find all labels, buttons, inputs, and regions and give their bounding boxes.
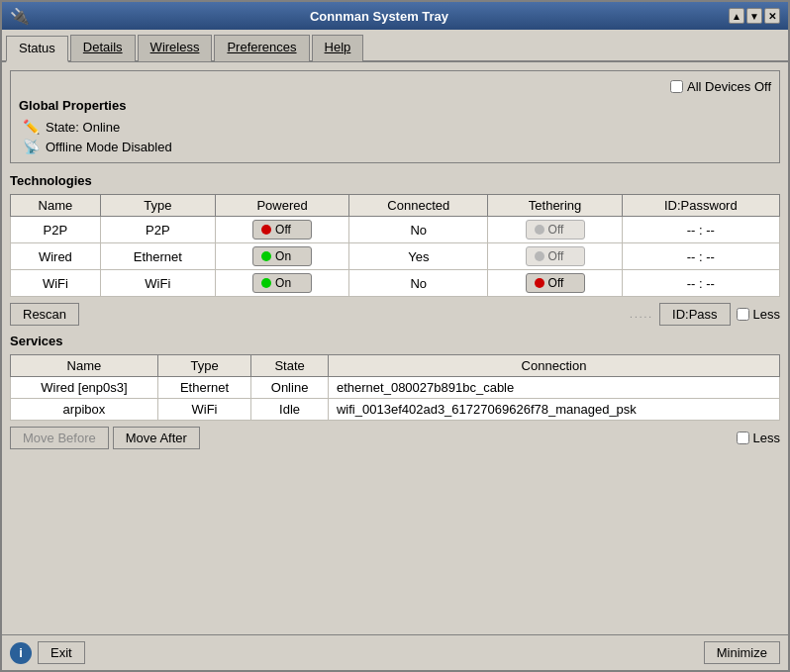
tab-status[interactable]: Status xyxy=(6,36,68,62)
rescan-button[interactable]: Rescan xyxy=(10,303,79,326)
tech-col-idpass: ID:Password xyxy=(622,195,779,217)
svc-connection-arpibox: wifi_0013ef402ad3_61727069626f78_managed… xyxy=(328,399,779,421)
powered-label-wired: On xyxy=(275,249,291,263)
powered-dot-p2p xyxy=(261,225,271,235)
global-panel: All Devices Off Global Properties ✏️ Sta… xyxy=(10,70,780,163)
tech-name-p2p: P2P xyxy=(11,217,101,243)
tethering-label-wifi: Off xyxy=(548,276,564,290)
svc-state-arpibox: Idle xyxy=(251,399,329,421)
technologies-table: Name Type Powered Connected Tethering ID… xyxy=(10,194,780,297)
move-after-button[interactable]: Move After xyxy=(113,427,200,449)
tech-col-tethering: Tethering xyxy=(488,195,622,217)
main-content: All Devices Off Global Properties ✏️ Sta… xyxy=(2,62,788,634)
tech-powered-wifi[interactable]: On xyxy=(215,270,348,297)
table-row[interactable]: Wired [enp0s3] Ethernet Online ethernet_… xyxy=(11,377,780,399)
svc-less-label[interactable]: Less xyxy=(737,431,780,445)
tech-connected-wifi: No xyxy=(349,270,488,297)
svc-col-connection: Connection xyxy=(328,355,779,377)
tech-name-wifi: WiFi xyxy=(11,270,101,297)
table-row: Wired Ethernet On Yes Off xyxy=(11,243,780,270)
state-row: ✏️ State: Online xyxy=(23,119,771,135)
svc-name-arpibox: arpibox xyxy=(11,399,158,421)
technologies-title: Technologies xyxy=(10,173,780,188)
tech-col-name: Name xyxy=(11,195,101,217)
id-pass-button[interactable]: ID:Pass xyxy=(659,303,731,326)
tab-help[interactable]: Help xyxy=(312,35,364,61)
global-properties-title: Global Properties xyxy=(19,98,771,113)
tethering-label-p2p: Off xyxy=(548,223,564,237)
tab-preferences[interactable]: Preferences xyxy=(214,35,309,61)
pencil-icon: ✏️ xyxy=(23,119,40,135)
tab-wireless[interactable]: Wireless xyxy=(138,35,213,61)
powered-dot-wifi xyxy=(261,278,271,288)
rescan-bar: Rescan ..... ID:Pass Less xyxy=(10,303,780,326)
tethering-dot-wifi xyxy=(535,278,544,288)
titlebar-buttons: ▲ ▼ ✕ xyxy=(729,8,780,24)
all-devices-off-row: All Devices Off xyxy=(19,79,771,94)
close-icon-btn[interactable]: ✕ xyxy=(764,8,780,24)
app-icon: 🔌 xyxy=(10,7,30,26)
footer-left: i Exit xyxy=(10,641,85,664)
table-row: P2P P2P Off No Off xyxy=(11,217,780,243)
tech-less-label[interactable]: Less xyxy=(737,307,780,322)
tech-idpass-wifi: -- : -- xyxy=(622,270,779,297)
tech-powered-p2p[interactable]: Off xyxy=(215,217,348,243)
tab-details[interactable]: Details xyxy=(70,35,136,61)
svc-less-checkbox[interactable] xyxy=(737,432,749,444)
table-row[interactable]: arpibox WiFi Idle wifi_0013ef402ad3_6172… xyxy=(11,399,780,421)
powered-label-p2p: Off xyxy=(275,223,291,237)
services-title: Services xyxy=(10,334,780,348)
move-before-button[interactable]: Move Before xyxy=(10,427,109,449)
table-row: WiFi WiFi On No Off xyxy=(11,270,780,297)
offline-row: 📡 Offline Mode Disabled xyxy=(23,139,771,154)
tech-col-powered: Powered xyxy=(215,195,348,217)
svc-state-wired: Online xyxy=(251,377,329,399)
tech-col-type: Type xyxy=(100,195,215,217)
tech-idpass-p2p: -- : -- xyxy=(622,217,779,243)
offline-label: Offline Mode Disabled xyxy=(46,140,172,154)
svc-less-text: Less xyxy=(753,431,780,445)
svc-name-wired: Wired [enp0s3] xyxy=(11,377,158,399)
technologies-section: Technologies Name Type Powered Connected… xyxy=(10,173,780,326)
svc-col-type: Type xyxy=(157,355,250,377)
minimize-button[interactable]: Minimize xyxy=(704,641,780,664)
exit-button[interactable]: Exit xyxy=(38,641,85,664)
main-window: 🔌 Connman System Tray ▲ ▼ ✕ Status Detai… xyxy=(0,0,790,672)
svc-type-arpibox: WiFi xyxy=(157,399,250,421)
footer: i Exit Minimize xyxy=(2,634,788,670)
powered-label-wifi: On xyxy=(275,276,291,290)
global-properties-list: ✏️ State: Online 📡 Offline Mode Disabled xyxy=(19,119,771,154)
titlebar: 🔌 Connman System Tray ▲ ▼ ✕ xyxy=(2,2,788,30)
svc-col-name: Name xyxy=(11,355,158,377)
all-devices-off-checkbox[interactable] xyxy=(670,80,683,93)
tab-bar: Status Details Wireless Preferences Help xyxy=(2,30,788,62)
services-table: Name Type State Connection Wired [enp0s3… xyxy=(10,354,780,421)
minimize-icon-btn[interactable]: ▲ xyxy=(729,8,744,24)
tech-less-checkbox[interactable] xyxy=(737,308,749,321)
powered-dot-wired xyxy=(261,251,271,261)
tech-type-p2p: P2P xyxy=(100,217,215,243)
tech-tethering-p2p[interactable]: Off xyxy=(488,217,622,243)
move-bar: Move Before Move After Less xyxy=(10,427,780,449)
wifi-icon: 📡 xyxy=(23,139,40,154)
tech-idpass-wired: -- : -- xyxy=(622,243,779,270)
tech-name-wired: Wired xyxy=(11,243,101,270)
info-button[interactable]: i xyxy=(10,642,32,664)
services-section: Services Name Type State Connection Wire… xyxy=(10,334,780,449)
all-devices-off-label[interactable]: All Devices Off xyxy=(670,79,771,94)
tech-type-wired: Ethernet xyxy=(100,243,215,270)
tech-tethering-wired[interactable]: Off xyxy=(488,243,622,270)
svc-col-state: State xyxy=(251,355,329,377)
dotted-separator: ..... xyxy=(630,309,653,320)
tech-connected-p2p: No xyxy=(349,217,488,243)
tethering-dot-p2p xyxy=(535,225,544,235)
restore-icon-btn[interactable]: ▼ xyxy=(746,8,762,24)
tech-tethering-wifi[interactable]: Off xyxy=(488,270,622,297)
tethering-label-wired: Off xyxy=(548,249,564,263)
tech-less-text: Less xyxy=(753,307,780,322)
window-title: Connman System Tray xyxy=(30,9,729,24)
tech-connected-wired: Yes xyxy=(349,243,488,270)
tech-type-wifi: WiFi xyxy=(100,270,215,297)
tech-powered-wired[interactable]: On xyxy=(215,243,348,270)
svc-type-wired: Ethernet xyxy=(157,377,250,399)
